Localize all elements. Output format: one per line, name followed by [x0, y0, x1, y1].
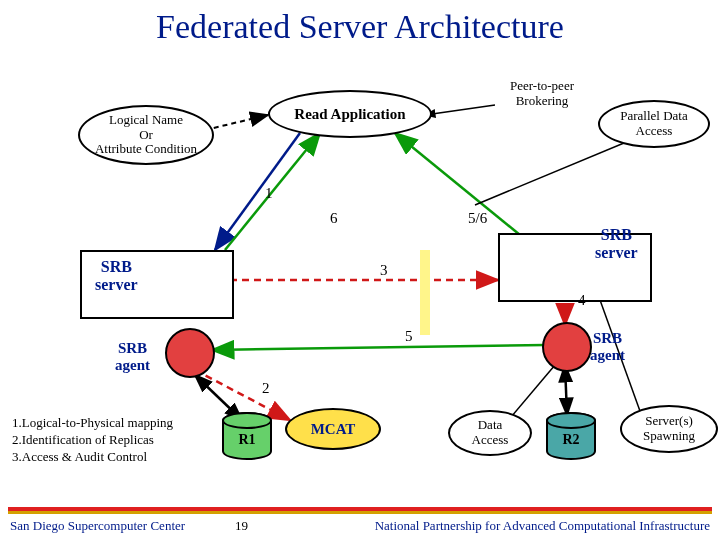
step-56: 5/6: [468, 210, 487, 227]
data-access-ellipse: Data Access: [448, 410, 532, 456]
step-6: 6: [330, 210, 338, 227]
footer-left: San Diego Supercomputer Center: [10, 518, 185, 534]
logical-name-ellipse: Logical Name Or Attribute Condition: [78, 105, 214, 165]
servers-spawn-ellipse: Server(s) Spawning: [620, 405, 718, 453]
svg-line-3: [395, 133, 520, 235]
parallel-label: Parallel Data Access: [620, 109, 688, 139]
srb-server-left-label: SRB server: [95, 258, 138, 293]
r1-cylinder: R1: [222, 412, 268, 456]
p2p-label: Peer-to-peer Brokering: [510, 79, 574, 109]
step-3: 3: [380, 262, 388, 279]
r2-label: R2: [562, 432, 579, 448]
annotation-list: 1.Logical-to-Physical mapping 2.Identifi…: [12, 415, 173, 466]
mcat-label: MCAT: [311, 421, 356, 438]
read-app-label: Read Application: [294, 106, 405, 123]
srb-server-right-label: SRB server: [595, 226, 638, 261]
srb-agent-right-circle: [542, 322, 592, 372]
p2p-ellipse: Peer-to-peer Brokering: [490, 72, 594, 116]
svg-line-1: [215, 133, 300, 250]
r2-cylinder: R2: [546, 412, 592, 456]
parallel-ellipse: Parallel Data Access: [598, 100, 710, 148]
srb-agent-left-label: SRB agent: [115, 340, 150, 373]
svg-line-9: [565, 365, 567, 415]
page-number: 19: [235, 518, 248, 534]
srb-agent-right-label: SRB agent: [590, 330, 625, 363]
step-2: 2: [262, 380, 270, 397]
footer-right: National Partnership for Advanced Comput…: [375, 518, 710, 534]
svg-line-6: [212, 345, 545, 350]
page-title: Federated Server Architecture: [0, 0, 720, 46]
r1-label: R1: [238, 432, 255, 448]
servers-spawn-label: Server(s) Spawning: [643, 414, 695, 444]
mcat-ellipse: MCAT: [285, 408, 381, 450]
step-1: 1: [265, 185, 273, 202]
step-4: 4: [578, 292, 586, 309]
srb-agent-left-circle: [165, 328, 215, 378]
svg-line-11: [475, 138, 636, 205]
data-access-label: Data Access: [472, 418, 509, 448]
footer-divider: [8, 507, 712, 514]
step-5: 5: [405, 328, 413, 345]
svg-line-2: [225, 133, 320, 250]
svg-line-0: [205, 115, 268, 130]
svg-line-10: [425, 105, 495, 115]
read-app-ellipse: Read Application: [268, 90, 432, 138]
svg-rect-14: [420, 250, 430, 335]
logical-name-label: Logical Name Or Attribute Condition: [95, 113, 197, 158]
